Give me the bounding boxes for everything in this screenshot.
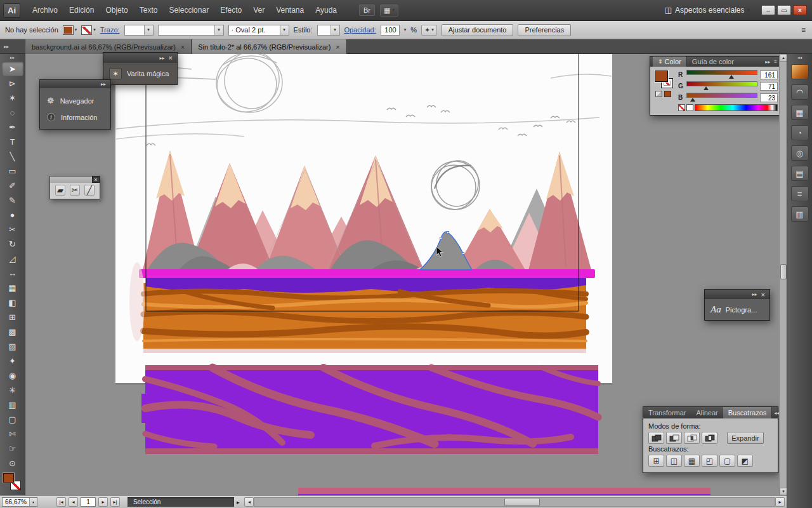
none-swatch[interactable] <box>678 104 685 111</box>
blend-tool[interactable]: ◉ <box>2 368 23 383</box>
tab-color[interactable]: ⇕ Color <box>653 57 687 67</box>
minus-front-button[interactable] <box>666 432 682 444</box>
last-color-swatch[interactable] <box>664 91 671 97</box>
rotate-tool[interactable]: ↻ <box>2 237 23 251</box>
stroke-swatch[interactable] <box>81 25 92 35</box>
tab-close-icon[interactable]: × <box>335 43 340 51</box>
scissors-tool[interactable]: ✂ <box>2 222 23 237</box>
style-combo[interactable]: ▾ <box>317 25 340 36</box>
glyphs-panel-item[interactable]: Aa Pictogra... <box>705 299 769 320</box>
layers-panel-icon[interactable]: ≡ <box>787 184 812 204</box>
minus-back-button[interactable]: ◩ <box>737 455 753 467</box>
menu-texto[interactable]: Texto <box>134 6 164 15</box>
appearance-panel-icon[interactable]: ▤ <box>787 163 812 184</box>
horizontal-scrollbar[interactable]: ◂ ▸ <box>244 497 785 507</box>
menu-ver[interactable]: Ver <box>247 6 270 15</box>
pen-tool[interactable]: ✒ <box>2 120 23 135</box>
green-value-field[interactable]: 71 <box>760 82 778 91</box>
menu-archivo[interactable]: Archivo <box>27 6 63 15</box>
magic-wand-tool[interactable]: ✶ <box>2 91 23 105</box>
vertical-scrollbar[interactable]: ▲ ▼ <box>779 54 787 495</box>
magenta-stripe[interactable] <box>139 269 595 278</box>
rectangle-tool[interactable]: ▭ <box>2 164 23 178</box>
last-page-button[interactable]: ▸| <box>110 497 120 507</box>
direct-selection-tool[interactable]: ⊳ <box>2 76 23 91</box>
striped-purple-rectangle[interactable] <box>141 365 598 454</box>
stroke-color-control[interactable]: ▾ <box>81 25 96 35</box>
merge-button[interactable]: ▦ <box>684 455 700 467</box>
trim-button[interactable]: ◫ <box>666 455 682 467</box>
selection-tool[interactable]: ➤ <box>2 62 23 76</box>
collapse-icon[interactable]: ▸▸ <box>158 55 167 61</box>
panel-menu-icon[interactable]: ≡ <box>772 59 779 65</box>
color-panel-icon[interactable] <box>787 62 812 82</box>
blue-value-field[interactable]: 23 <box>760 93 778 102</box>
symbol-sprayer-tool[interactable]: ✳ <box>2 383 23 398</box>
select-similar-button[interactable]: ✦ ▾ <box>421 25 437 36</box>
crop-button[interactable]: ◰ <box>702 455 717 467</box>
fill-stroke-indicator[interactable] <box>1 471 24 494</box>
green-slider[interactable] <box>686 81 757 91</box>
status-menu-icon[interactable]: ▸ <box>237 499 240 505</box>
tools-collapse-icon[interactable]: ▸▸ <box>0 54 25 62</box>
fill-color-control[interactable]: ▾ <box>63 25 77 35</box>
zoom-tool[interactable]: ⊙ <box>2 456 23 471</box>
opacity-link[interactable]: Opacidad: <box>344 26 376 34</box>
divide-button[interactable]: ⊞ <box>648 455 664 467</box>
vertical-scroll-thumb[interactable] <box>780 264 787 279</box>
exclude-button[interactable] <box>702 432 717 444</box>
menu-efecto[interactable]: Efecto <box>214 6 247 15</box>
close-icon[interactable]: × <box>92 176 100 183</box>
tab-transform[interactable]: Transformar <box>643 407 691 418</box>
stroke-weight-combo[interactable]: ▾ <box>124 25 154 36</box>
fill-swatch[interactable] <box>63 25 74 35</box>
unite-button[interactable] <box>648 432 664 444</box>
zoom-combo[interactable]: 66,67% ▾ <box>2 497 37 507</box>
type-tool[interactable]: T <box>2 135 23 149</box>
scroll-right-icon[interactable]: ▸ <box>775 497 785 507</box>
line-segment-tool[interactable]: ╲ <box>2 149 23 164</box>
collapse-icon[interactable]: ▸▸ <box>99 81 108 87</box>
width-profile-combo[interactable]: ▾ <box>158 25 224 36</box>
tab-pathfinder[interactable]: Buscatrazos <box>723 407 773 418</box>
preferences-button[interactable]: Preferencias <box>518 24 571 36</box>
eyedropper-tool[interactable]: ✦ <box>2 354 23 368</box>
minimize-button[interactable]: – <box>761 5 775 15</box>
panel-header[interactable]: ▸▸ × <box>705 290 769 299</box>
next-page-button[interactable]: ▸ <box>98 497 108 507</box>
lasso-tool[interactable]: ◌ <box>2 105 23 120</box>
prev-page-button[interactable]: ◂ <box>69 497 78 507</box>
paintbrush-tool[interactable]: ✐ <box>2 178 23 193</box>
eraser-tool[interactable]: ▰ <box>55 185 65 196</box>
horizontal-scroll-thumb[interactable] <box>504 498 540 506</box>
opacity-field[interactable]: 100 <box>381 25 400 36</box>
artboard-tool[interactable]: ▢ <box>2 412 23 427</box>
scale-tool[interactable]: ◿ <box>2 251 23 266</box>
tab-untitled-document[interactable]: Sin título-2* al 66,67% (RGB/Previsualiz… <box>192 39 347 54</box>
column-graph-tool[interactable]: ▥ <box>2 398 23 412</box>
stroke-weight-link[interactable]: Trazo: <box>100 26 120 34</box>
dock-expand-icon[interactable]: ◂◂ <box>787 54 812 62</box>
hand-tool[interactable]: ☞ <box>2 441 23 456</box>
tab-align[interactable]: Alinear <box>691 407 723 418</box>
expand-button[interactable]: Expandir <box>727 432 764 444</box>
color-spectrum-bar[interactable] <box>695 104 778 111</box>
collapse-icon[interactable]: ▸▸ <box>750 291 759 297</box>
color-proxy[interactable] <box>654 70 675 99</box>
tab-color-guide[interactable]: Guía de color <box>687 57 739 67</box>
page-number-field[interactable]: 1 <box>81 497 96 507</box>
shape-builder-tool[interactable]: ◧ <box>2 295 23 310</box>
perspective-grid-tool[interactable]: ⊞ <box>2 310 23 324</box>
menu-ayuda[interactable]: Ayuda <box>310 6 343 15</box>
blob-brush-tool[interactable]: ● <box>2 208 23 222</box>
navigator-item[interactable]: ☸ Navegador <box>40 92 110 109</box>
stroke-panel-icon[interactable]: ◎ <box>787 143 812 163</box>
close-button[interactable]: × <box>793 5 807 15</box>
slice-tool[interactable]: ✄ <box>2 427 23 441</box>
menu-objeto[interactable]: Objeto <box>100 6 133 15</box>
restore-button[interactable]: ▭ <box>777 5 791 15</box>
brush-definition-combo[interactable]: · Oval 2 pt. ▾ <box>228 25 289 36</box>
gradient-panel-icon[interactable]: ▥ <box>787 204 812 224</box>
collapse-icon[interactable]: ▸▸ <box>763 59 772 65</box>
white-swatch[interactable] <box>686 104 693 111</box>
